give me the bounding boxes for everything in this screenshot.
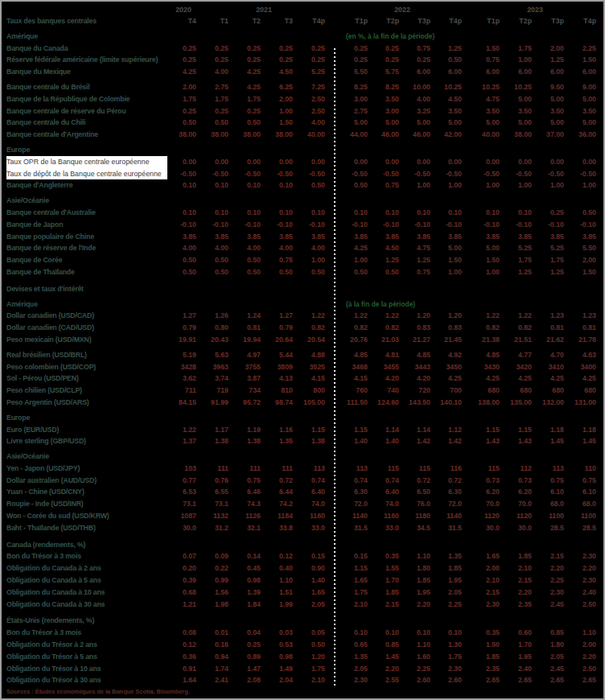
value-cell: 0.00: [296, 156, 328, 168]
period-note: (en %, à la fin de la période): [340, 31, 599, 43]
value-cell: 4.85: [402, 349, 434, 361]
value-cell: 2.10: [340, 599, 371, 611]
value-cell: 8.25: [340, 81, 371, 93]
value-cell: 0.10: [402, 207, 434, 219]
value-cell: 1.10: [567, 627, 599, 639]
value-cell: 0.68: [167, 587, 200, 599]
value-cell: 1.75: [503, 254, 535, 266]
value-cell: 0.10: [200, 179, 232, 191]
value-cell: 2.60: [402, 674, 434, 686]
value-cell: 0.90: [296, 562, 328, 574]
value-cell: 0.04: [232, 627, 264, 639]
value-cell: 2.65: [535, 674, 567, 686]
value-cell: 0.12: [167, 639, 200, 651]
value-cell: -0.50: [402, 168, 434, 180]
value-cell: 2.30: [567, 550, 599, 562]
value-cell: 115: [371, 463, 402, 475]
value-cell: 1.00: [340, 254, 371, 266]
value-cell: 1.00: [503, 179, 535, 191]
value-cell: 0.00: [503, 156, 535, 168]
row-label: Banque de la République de Colombie: [6, 93, 167, 105]
value-cell: 1.21: [167, 599, 200, 611]
value-cell: 0.07: [167, 550, 200, 562]
section-title-row: Canada (rendements, %): [6, 539, 603, 551]
region-header: Asie/Océanie: [6, 195, 167, 207]
value-cell: 2.15: [503, 574, 535, 587]
value-cell: 2.30: [567, 574, 599, 587]
table-row: Dollar canadien (USD/CAD)1.271.261.241.2…: [6, 310, 603, 322]
value-cell: 4.97: [232, 349, 264, 361]
value-cell: 0.72: [434, 475, 465, 487]
value-cell: -0.50: [340, 168, 371, 180]
value-cell: 5.00: [340, 117, 371, 129]
value-cell: 0.50: [232, 254, 264, 266]
value-cell: 1.25: [535, 54, 567, 66]
value-cell: 4.25: [567, 373, 599, 385]
forecast-column-separator: [334, 48, 335, 687]
value-cell: 0.20: [167, 562, 200, 574]
value-cell: 1.17: [200, 424, 232, 436]
value-cell: 1.95: [503, 651, 535, 663]
value-cell: 1184: [264, 510, 296, 522]
table-title: Taux des banques centrales: [6, 15, 167, 27]
value-cell: 3.85: [402, 231, 434, 243]
row-label: Banque de réserve de l'Inde: [6, 242, 167, 254]
value-cell: 0.00: [340, 156, 371, 168]
row-label: Banque centrale d'Argentine: [6, 129, 167, 141]
region-header-row: Asie/Océanie: [6, 451, 603, 463]
value-cell: 70.0: [503, 498, 535, 510]
row-label: Dollar australien (AUD/USD): [6, 475, 167, 487]
value-cell: -0.10: [340, 219, 371, 231]
value-cell: 111: [264, 463, 296, 475]
section-title: Devises et taux d'intérêt: [6, 283, 167, 295]
value-cell: 0.00: [471, 156, 503, 168]
value-cell: 20.54: [296, 334, 328, 346]
value-cell: 40.00: [296, 129, 328, 141]
value-cell: 0.25: [371, 54, 402, 66]
value-cell: 33.0: [371, 522, 402, 534]
row-label: Euro (EUR/USD): [6, 424, 167, 436]
value-cell: 1.70: [371, 574, 402, 587]
value-cell: 2.25: [535, 574, 567, 587]
value-cell: 72.0: [434, 498, 465, 510]
value-cell: 68.0: [535, 498, 567, 510]
quarter-header: T4p: [434, 15, 465, 27]
value-cell: 30.0: [503, 522, 535, 534]
value-cell: 2.45: [535, 663, 567, 675]
table-row: Obligation du Canada à 10 ans0.681.561.3…: [6, 587, 603, 599]
value-cell: 2.00: [535, 43, 567, 55]
value-cell: 1.10: [402, 550, 434, 562]
value-cell: 0.50: [200, 117, 232, 129]
value-cell: 3.50: [535, 105, 567, 117]
value-cell: 2.25: [434, 599, 465, 611]
value-cell: 1.00: [296, 254, 328, 266]
value-cell: 1132: [200, 510, 232, 522]
value-cell: 21.27: [402, 334, 434, 346]
value-cell: 6.40: [371, 486, 402, 498]
value-cell: 21.78: [567, 334, 599, 346]
value-cell: 4.25: [503, 373, 535, 385]
value-cell: 3400: [567, 361, 599, 373]
value-cell: 1.65: [296, 587, 328, 599]
region-header: Asie/Océanie: [6, 451, 167, 463]
value-cell: 116: [434, 463, 465, 475]
value-cell: 5.25: [535, 242, 567, 254]
value-cell: -0.50: [371, 168, 402, 180]
value-cell: 1.45: [567, 435, 599, 447]
table-row: Banque de Corée0.500.500.500.751.001.001…: [6, 254, 603, 266]
value-cell: 2.08: [232, 674, 264, 686]
row-label: Taux OPR de la Banque centrale européenn…: [6, 156, 167, 168]
value-cell: 0.10: [296, 207, 328, 219]
value-cell: 0.75: [402, 266, 434, 278]
value-cell: 1.22: [340, 310, 371, 322]
value-cell: 4.88: [296, 349, 328, 361]
row-label: Livre sterling (GBP/USD): [6, 435, 167, 447]
value-cell: -0.50: [471, 168, 503, 180]
value-cell: 1.25: [535, 266, 567, 278]
row-label: Banque centrale d'Australie: [6, 207, 167, 219]
value-cell: 1.27: [264, 310, 296, 322]
value-cell: 2.41: [200, 674, 232, 686]
value-cell: 5.00: [434, 242, 465, 254]
value-cell: 0.75: [535, 475, 567, 487]
value-cell: 5.00: [535, 117, 567, 129]
